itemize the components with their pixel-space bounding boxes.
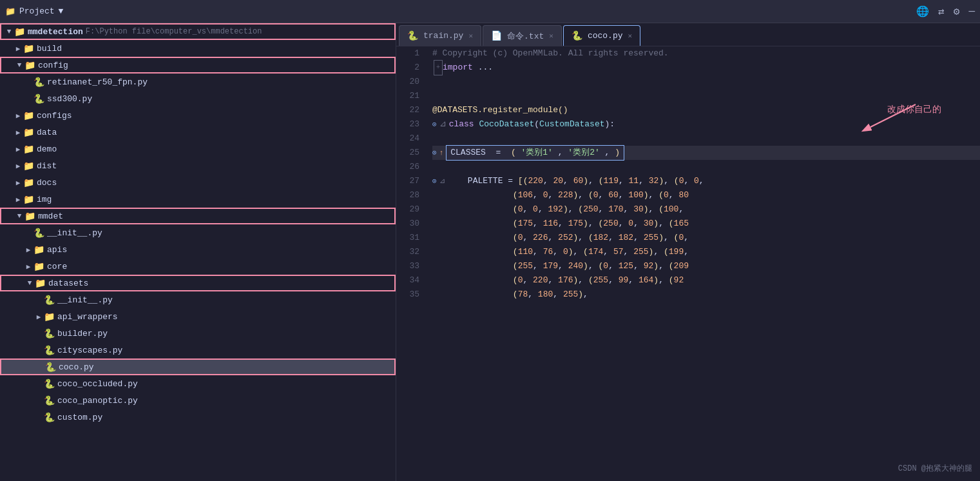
gutter-arrow-25: ↑ xyxy=(439,146,444,160)
sidebar-item-mmdet[interactable]: ▼ 📁 mmdet xyxy=(0,208,396,224)
l32-v2: 76 xyxy=(543,245,553,259)
import-keyword: import xyxy=(443,61,473,75)
sidebar-item-cityscapes[interactable]: 🐍 cityscapes.py xyxy=(0,342,396,358)
transfer-icon[interactable]: ⇄ xyxy=(938,5,945,18)
line-numbers: 1 2 20 21 22 23 24 25 26 27 28 29 30 31 … xyxy=(396,46,427,481)
l33-c1: , xyxy=(533,259,543,273)
sidebar-item-datasets[interactable]: ▼ 📁 datasets xyxy=(0,275,396,291)
fold-button-import[interactable]: + xyxy=(434,60,443,75)
palette-comma1: , xyxy=(543,174,553,188)
tab-close-cmd[interactable]: ✕ xyxy=(549,32,553,40)
l34-v1: 0 xyxy=(518,273,523,288)
l32-c5: , xyxy=(624,245,634,259)
sidebar-item-core[interactable]: ▶ 📁 core xyxy=(0,258,396,275)
l29-v6: 30 xyxy=(633,202,644,217)
l33-b2: ( xyxy=(599,259,604,273)
folder-icon-datasets: 📁 xyxy=(35,278,46,289)
sidebar-item-coco-occluded[interactable]: 🐍 coco_occluded.py xyxy=(0,375,396,392)
folder-icon-img: 📁 xyxy=(23,194,34,205)
comment-text: # Copyright (c) OpenMMLab. All rights re… xyxy=(432,46,669,61)
label-data: data xyxy=(37,128,57,137)
l33-v3: 240 xyxy=(568,259,583,273)
sidebar-item-demo[interactable]: ▶ 📁 demo xyxy=(0,141,396,157)
sidebar-item-api-wrappers[interactable]: ▶ 📁 api_wrappers xyxy=(0,308,396,325)
tab-close-train[interactable]: ✕ xyxy=(468,32,473,40)
classes-close: ) xyxy=(615,148,620,157)
sidebar-item-mmdetection-root[interactable]: ▼ 📁 mmdetection F:\Python file\computer_… xyxy=(0,23,396,40)
l33-cl2: ) xyxy=(653,259,658,273)
settings-icon[interactable]: ⚙ xyxy=(954,5,960,18)
tab-icon-train: 🐍 xyxy=(407,30,418,41)
l28-v6: 100 xyxy=(628,188,643,202)
l34-s1: , xyxy=(578,273,588,288)
tab-coco[interactable]: 🐍 coco.py ✕ xyxy=(563,25,640,46)
globe-icon[interactable]: 🌐 xyxy=(916,5,929,18)
l30-v2: 116 xyxy=(543,217,558,231)
l30-v1: 175 xyxy=(518,217,533,231)
l29-s1: , xyxy=(568,202,579,217)
folder-icon: 📁 xyxy=(5,6,15,17)
tab-cmd[interactable]: 📄 命令.txt ✕ xyxy=(483,25,562,46)
sidebar-item-apis[interactable]: ▶ 📁 apis xyxy=(0,241,396,258)
l33-c4: , xyxy=(608,259,619,273)
l30-v4: 250 xyxy=(603,217,618,231)
sidebar-item-configs[interactable]: ▶ 📁 configs xyxy=(0,107,396,124)
l32-v1: 110 xyxy=(518,245,533,259)
l28-v2: 0 xyxy=(543,188,548,202)
code-line-1: # Copyright (c) OpenMMLab. All rights re… xyxy=(432,46,980,61)
sidebar-item-ssd300[interactable]: 🐍 ssd300.py xyxy=(0,90,396,107)
tab-train[interactable]: 🐍 train.py ✕ xyxy=(399,25,481,46)
l28-spaces xyxy=(432,188,513,202)
sidebar-item-build[interactable]: ▶ 📁 build xyxy=(0,40,396,57)
l32-s1: , xyxy=(573,245,584,259)
sidebar-item-docs[interactable]: ▶ 📁 docs xyxy=(0,174,396,191)
pyfile-icon-coco-panoptic: 🐍 xyxy=(44,395,55,406)
l32-b1: ( xyxy=(513,245,518,259)
classname-coco: CocoDataset xyxy=(479,117,534,132)
linenum-1: 1 xyxy=(396,46,419,61)
sidebar-item-mmdet-init[interactable]: 🐍 __init__.py xyxy=(0,224,396,241)
code-line-33: ( 255 , 179 , 240 ) , ( 0 , 125 , 92 xyxy=(432,259,980,273)
palette-v5: 11 xyxy=(629,174,639,188)
project-label[interactable]: Project xyxy=(19,6,55,16)
l34-c4: , xyxy=(608,273,619,288)
l32-b3: ( xyxy=(664,245,669,259)
l32-spaces xyxy=(432,245,513,259)
linenum-23: 23 xyxy=(396,117,419,132)
l29-v5: 170 xyxy=(608,202,623,217)
arrow-mmdet: ▼ xyxy=(14,212,24,220)
sidebar-item-coco[interactable]: 🐍 coco.py xyxy=(0,358,396,375)
l32-v4: 174 xyxy=(588,245,603,259)
label-ssd300: ssd300.py xyxy=(47,94,92,104)
l32-c4: , xyxy=(603,245,613,259)
sidebar-item-data[interactable]: ▶ 📁 data xyxy=(0,124,396,141)
classes-comma2: , xyxy=(605,148,610,157)
l35-c2: , xyxy=(553,288,563,302)
sidebar-item-img[interactable]: ▶ 📁 img xyxy=(0,191,396,208)
l30-cl: ) xyxy=(583,217,588,231)
linenum-33: 33 xyxy=(396,259,419,273)
l33-s1: , xyxy=(588,259,599,273)
l33-v5: 125 xyxy=(619,259,633,273)
l33-v4: 0 xyxy=(603,259,608,273)
sidebar-item-config[interactable]: ▼ 📁 config xyxy=(0,57,396,74)
l28-v7: 0 xyxy=(664,188,669,202)
code-line-32: ( 110 , 76 , 0 ) , ( 174 , 57 , 255 xyxy=(432,245,980,259)
dropdown-arrow[interactable]: ▼ xyxy=(59,6,64,16)
label-config: config xyxy=(38,61,68,70)
l32-v5: 57 xyxy=(613,245,624,259)
palette-v3: 60 xyxy=(573,174,584,188)
tab-close-coco[interactable]: ✕ xyxy=(628,32,633,40)
sidebar-item-builder[interactable]: 🐍 builder.py xyxy=(0,325,396,342)
l32-c2: , xyxy=(553,245,563,259)
svg-line-1 xyxy=(870,104,916,127)
minimize-icon[interactable]: — xyxy=(968,6,975,17)
sidebar-item-custom[interactable]: 🐍 custom.py xyxy=(0,409,396,426)
arrow-data: ▶ xyxy=(13,128,23,137)
sidebar-item-retinanet[interactable]: 🐍 retinanet_r50_fpn.py xyxy=(0,74,396,90)
sidebar-item-datasets-init[interactable]: 🐍 __init__.py xyxy=(0,291,396,308)
l31-cl: ) xyxy=(573,231,578,245)
sidebar-item-dist[interactable]: ▶ 📁 dist xyxy=(0,157,396,174)
sidebar-item-coco-panoptic[interactable]: 🐍 coco_panoptic.py xyxy=(0,392,396,409)
classes-comma1: , xyxy=(558,148,563,157)
